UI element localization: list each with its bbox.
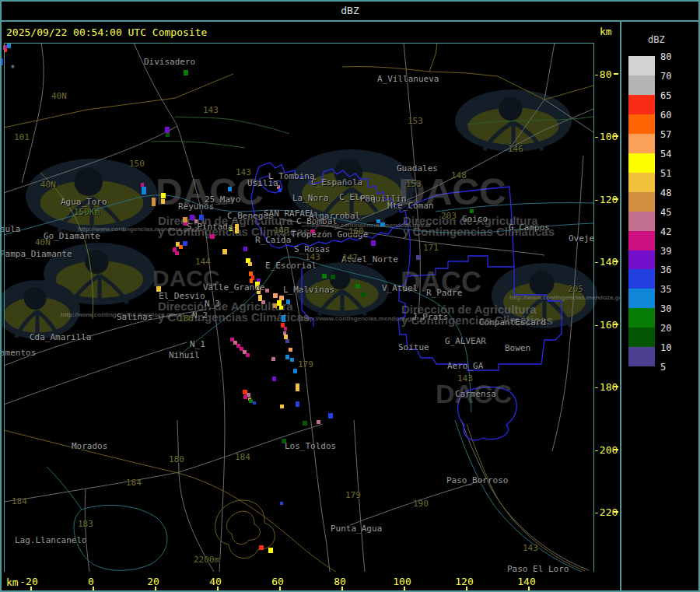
radar-echo-pixel bbox=[331, 275, 335, 279]
legend-swatch bbox=[628, 153, 655, 173]
legend-value-label: 35 bbox=[660, 285, 671, 294]
radar-echo-pixel bbox=[285, 355, 289, 359]
place-label: Agua_Toro bbox=[61, 198, 107, 206]
legend-value-label: 42 bbox=[660, 227, 671, 236]
right-axis-tick-mark bbox=[614, 261, 618, 262]
bottom-axis-tick-mark bbox=[155, 587, 156, 591]
legend-value-label: 48 bbox=[660, 188, 671, 198]
road-number-label: 184 bbox=[235, 453, 250, 461]
legend-value-label: 57 bbox=[660, 130, 671, 139]
legend-swatch bbox=[628, 250, 655, 270]
legend-swatch bbox=[628, 347, 655, 366]
radar-echo-pixel bbox=[289, 348, 292, 352]
right-axis-tick-mark bbox=[614, 324, 618, 325]
legend-swatch bbox=[628, 95, 655, 114]
road-number-label: 144 bbox=[195, 257, 211, 266]
right-axis-tick-label: -80 bbox=[593, 69, 611, 79]
road-number-label: 40N bbox=[51, 92, 67, 100]
bottom-axis-tick-label: 120 bbox=[455, 576, 473, 587]
radar-echo-pixel bbox=[161, 199, 165, 204]
place-label: Goico bbox=[462, 215, 488, 223]
radar-echo-pixel bbox=[246, 353, 250, 357]
bottom-axis-tick-mark bbox=[93, 587, 94, 591]
bottom-axis-tick-mark bbox=[279, 587, 281, 591]
radar-app-window: DACCDACCDACCDACCDACCDirección de Agricul… bbox=[0, 0, 700, 592]
place-label: Oveje bbox=[569, 234, 594, 243]
road-number-label: 180 bbox=[169, 455, 184, 464]
radar-echo-pixel bbox=[277, 300, 282, 306]
radar-echo-pixel bbox=[183, 241, 187, 246]
radar-echo-pixel bbox=[380, 222, 385, 226]
road-number-label: 143 bbox=[523, 544, 538, 552]
place-label: Reyunos bbox=[178, 202, 214, 211]
radar-echo-pixel bbox=[286, 300, 290, 304]
legend-swatch bbox=[628, 289, 655, 308]
legend-value-label: 5 bbox=[660, 363, 666, 372]
radar-echo-pixel bbox=[243, 247, 247, 251]
right-axis-tick-mark bbox=[614, 386, 618, 387]
bottom-axis-tick-label: 100 bbox=[393, 576, 411, 587]
radar-echo-pixel bbox=[279, 306, 283, 310]
radar-echo-pixel bbox=[222, 249, 227, 254]
radar-echo-pixel bbox=[259, 545, 264, 550]
place-label: N_2 bbox=[192, 311, 208, 320]
legend-value-label: 36 bbox=[660, 265, 671, 275]
radar-echo-pixel bbox=[248, 262, 252, 266]
place-label: R_Padre bbox=[426, 289, 462, 297]
radar-echo-pixel bbox=[142, 187, 146, 194]
place-label: Go_Diamante bbox=[44, 232, 100, 240]
place-label: Nihuil bbox=[169, 351, 200, 359]
legend-swatch bbox=[628, 269, 655, 289]
radar-echo-pixel bbox=[4, 49, 7, 52]
place-label: Bowen bbox=[505, 344, 530, 352]
radar-echo-pixel bbox=[175, 251, 179, 255]
legend-value-label: 39 bbox=[660, 247, 671, 256]
place-label: Los_Toldos bbox=[285, 442, 336, 450]
bottom-axis-tick-label: 80 bbox=[334, 576, 346, 587]
legend-swatch bbox=[628, 173, 655, 192]
radar-echo-pixel bbox=[273, 293, 278, 298]
road-number-label: 184 bbox=[12, 497, 27, 506]
radar-echo-pixel bbox=[280, 502, 283, 505]
place-label: * bbox=[10, 64, 16, 72]
legend-value-label: 54 bbox=[660, 149, 671, 159]
place-label: C_Bombal bbox=[296, 217, 338, 226]
road-number-label: 180 bbox=[178, 314, 194, 323]
place-label: El_Desvio bbox=[159, 292, 205, 300]
bottom-axis-tick-mark bbox=[528, 587, 530, 591]
place-label: Aero_GA bbox=[447, 362, 483, 370]
radar-map-canvas: DACCDACCDACCDACCDACCDirección de Agricul… bbox=[0, 0, 700, 592]
legend-swatch bbox=[628, 114, 655, 134]
radar-echo-pixel bbox=[152, 198, 156, 206]
legend-value-label: 10 bbox=[660, 343, 671, 352]
place-label: S_Pintada bbox=[187, 222, 233, 231]
radar-echo-pixel bbox=[296, 401, 299, 407]
road-number-label: 147 bbox=[342, 254, 358, 262]
radar-echo-pixel bbox=[355, 284, 360, 289]
legend-swatch bbox=[628, 212, 655, 231]
radar-echo-pixel bbox=[271, 357, 275, 361]
place-label: Usilia bbox=[247, 179, 278, 187]
watermark-text: http://www.contingencias.mendoza.gov.ar bbox=[509, 294, 633, 301]
bottom-axis-tick-mark bbox=[30, 587, 32, 591]
legend-swatch bbox=[628, 308, 655, 328]
place-label: A_Villanueva bbox=[377, 75, 439, 83]
legend-value-label: 60 bbox=[660, 110, 671, 120]
road-number-label: 171 bbox=[423, 243, 439, 252]
radar-echo-pixel bbox=[268, 548, 273, 553]
legend-value-label: 45 bbox=[660, 208, 671, 217]
right-axis-tick-mark bbox=[614, 198, 618, 200]
radar-echo-pixel bbox=[184, 70, 188, 75]
legend-value-label: 65 bbox=[660, 91, 671, 100]
place-label: E_Escorial bbox=[265, 261, 317, 270]
road-number-label: 160 bbox=[348, 227, 364, 236]
place-label: Pampa_Diamante bbox=[0, 250, 72, 258]
place-label: J_Prats bbox=[412, 313, 448, 321]
place-label: Lag.Llancanelo bbox=[15, 536, 87, 545]
radar-echo-pixel bbox=[322, 274, 327, 278]
right-axis-tick-mark bbox=[614, 135, 618, 137]
legend-value-label: 51 bbox=[660, 169, 671, 178]
place-label: N_3 bbox=[205, 300, 220, 308]
bottom-axis-tick-mark bbox=[217, 587, 219, 591]
place-label: Salinas bbox=[117, 313, 152, 321]
